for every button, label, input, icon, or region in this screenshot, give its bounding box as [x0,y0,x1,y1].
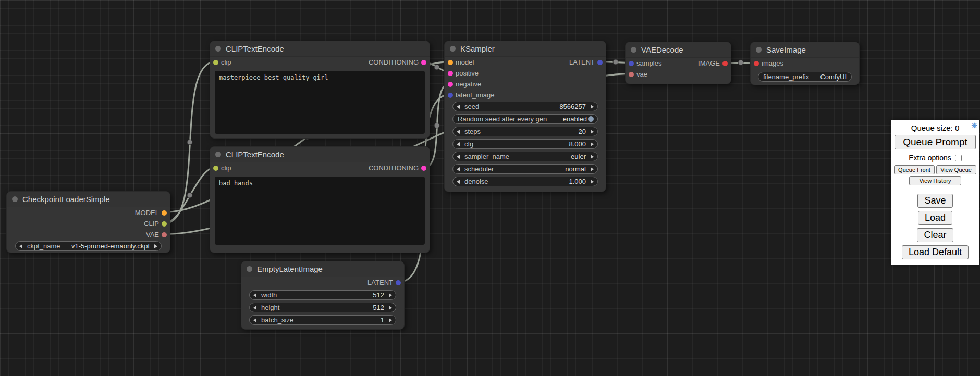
input-label-model: model [456,58,474,66]
slot-row: VAE [7,229,170,240]
extra-options-checkbox[interactable] [955,155,962,161]
prev-value-arrow-icon[interactable] [19,244,22,248]
node-collapse-dot-icon[interactable] [215,152,221,157]
increment-arrow-icon[interactable] [389,306,392,310]
steps-widget[interactable]: steps 20 [452,127,598,136]
model-input-port[interactable] [448,60,453,65]
output-label-model: MODEL [135,209,159,217]
node-graph-canvas[interactable]: CheckpointLoaderSimple MODEL CLIP VAE ck… [0,0,980,376]
model-output-port[interactable] [162,210,167,216]
node-clip-text-encode-negative[interactable]: CLIPTextEncode clip CONDITIONING bad han… [210,146,430,253]
slot-row: samples IMAGE [626,58,731,69]
scheduler-widget[interactable]: scheduler normal [452,164,598,174]
node-collapse-dot-icon[interactable] [247,266,252,272]
queue-prompt-button[interactable]: Queue Prompt [895,135,976,149]
positive-prompt-textarea[interactable]: masterpiece best quality girl [215,71,425,134]
widget-value: 1 [381,316,384,324]
widget-value: 512 [373,291,384,299]
decrement-arrow-icon[interactable] [253,306,256,310]
increment-arrow-icon[interactable] [591,105,594,109]
load-button[interactable]: Load [918,211,952,225]
increment-arrow-icon[interactable] [389,293,392,297]
link-midpoint-dot [187,140,192,145]
node-title-bar[interactable]: CLIPTextEncode [210,147,430,162]
node-ksampler[interactable]: KSampler model LATENT positive negative [444,41,606,192]
next-value-arrow-icon[interactable] [154,244,157,248]
positive-input-port[interactable] [448,71,453,76]
output-label-conditioning: CONDITIONING [369,58,419,66]
next-value-arrow-icon[interactable] [591,155,594,159]
negative-input-port[interactable] [448,82,453,87]
height-widget[interactable]: height 512 [249,303,396,312]
latent-output-port[interactable] [396,280,401,285]
clip-input-port[interactable] [213,166,218,171]
slot-row: clip CONDITIONING [210,162,430,173]
node-vae-decode[interactable]: VAEDecode samples IMAGE vae [625,42,731,84]
load-default-button[interactable]: Load Default [902,245,969,259]
images-input-port[interactable] [754,61,759,66]
image-output-port[interactable] [722,61,728,66]
node-collapse-dot-icon[interactable] [215,46,221,52]
node-title-bar[interactable]: SaveImage [751,42,859,58]
increment-arrow-icon[interactable] [591,180,594,184]
widget-label: seed [464,103,479,110]
conditioning-output-port[interactable] [421,166,426,171]
decrement-arrow-icon[interactable] [457,130,460,134]
node-title-bar[interactable]: EmptyLatentImage [241,261,404,277]
node-clip-text-encode-positive[interactable]: CLIPTextEncode clip CONDITIONING masterp… [210,41,430,139]
denoise-widget[interactable]: denoise 1.000 [452,177,598,186]
output-label-conditioning: CONDITIONING [369,164,419,172]
node-collapse-dot-icon[interactable] [12,196,18,202]
node-checkpoint-loader-simple[interactable]: CheckpointLoaderSimple MODEL CLIP VAE ck… [6,191,170,253]
random-seed-toggle-widget[interactable]: Random seed after every gen enabled [452,114,598,124]
widget-label: sampler_name [464,153,509,160]
toggle-on-dot-icon[interactable] [588,116,594,122]
vae-output-port[interactable] [162,232,167,237]
save-button[interactable]: Save [917,194,952,208]
next-value-arrow-icon[interactable] [591,167,594,171]
view-queue-button[interactable]: View Queue [936,165,976,174]
conditioning-output-port[interactable] [421,60,426,65]
ckpt-name-widget[interactable]: ckpt_name v1-5-pruned-emaonly.ckpt [15,241,162,251]
node-title-bar[interactable]: VAEDecode [626,42,731,58]
queue-front-button[interactable]: Queue Front [894,165,934,174]
latent-output-port[interactable] [597,60,603,65]
slot-row: LATENT [241,277,404,288]
settings-icon[interactable]: ❋ [971,121,977,130]
sampler-name-widget[interactable]: sampler_name euler [452,152,598,161]
clear-button[interactable]: Clear [917,228,953,242]
node-title-bar[interactable]: CLIPTextEncode [210,41,430,57]
clip-output-port[interactable] [162,221,167,227]
node-title-bar[interactable]: CheckpointLoaderSimple [7,192,170,207]
increment-arrow-icon[interactable] [389,318,392,322]
negative-prompt-textarea[interactable]: bad hands [215,177,425,245]
node-collapse-dot-icon[interactable] [756,47,762,53]
node-collapse-dot-icon[interactable] [631,47,636,53]
prev-value-arrow-icon[interactable] [457,155,460,159]
slot-row: latent_image [445,90,606,101]
seed-widget[interactable]: seed 8566257 [452,102,598,111]
node-save-image[interactable]: SaveImage images filename_prefix ComfyUI [750,42,860,85]
decrement-arrow-icon[interactable] [253,293,256,297]
decrement-arrow-icon[interactable] [457,180,460,184]
vae-input-port[interactable] [629,72,634,77]
view-history-button[interactable]: View History [909,176,961,185]
width-widget[interactable]: width 512 [249,290,396,300]
samples-input-port[interactable] [629,61,634,66]
node-collapse-dot-icon[interactable] [450,46,456,52]
clip-input-port[interactable] [213,60,218,65]
batch-size-widget[interactable]: batch_size 1 [249,315,396,325]
input-label-images: images [762,59,783,67]
prev-value-arrow-icon[interactable] [457,167,460,171]
decrement-arrow-icon[interactable] [457,105,460,109]
decrement-arrow-icon[interactable] [457,142,460,146]
node-empty-latent-image[interactable]: EmptyLatentImage LATENT width 512 height… [241,261,405,330]
increment-arrow-icon[interactable] [591,142,594,146]
cfg-widget[interactable]: cfg 8.000 [452,139,598,149]
filename-prefix-widget[interactable]: filename_prefix ComfyUI [758,72,852,82]
increment-arrow-icon[interactable] [591,130,594,134]
decrement-arrow-icon[interactable] [253,318,256,322]
output-label-latent: LATENT [569,58,595,66]
latent-image-input-port[interactable] [448,93,453,98]
node-title-bar[interactable]: KSampler [445,41,606,57]
